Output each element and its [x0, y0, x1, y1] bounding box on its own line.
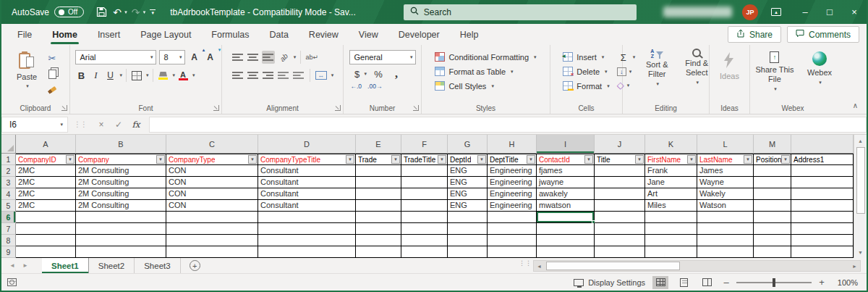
- column-header-B[interactable]: B: [76, 135, 166, 154]
- sheet-nav-left-icon[interactable]: ◄: [6, 258, 19, 273]
- select-all-button[interactable]: [1, 135, 16, 154]
- column-header-A[interactable]: A: [16, 135, 76, 154]
- cell-M7[interactable]: [754, 223, 791, 235]
- cell-D9[interactable]: [258, 246, 356, 258]
- increase-decimal-button[interactable]: ←.0: [351, 83, 362, 90]
- cell-J3[interactable]: [595, 177, 645, 188]
- comments-button[interactable]: Comments: [787, 26, 859, 43]
- cell-B7[interactable]: [76, 223, 166, 235]
- font-name-select[interactable]: Arial ▾: [75, 50, 156, 64]
- paste-button[interactable]: Paste ▾: [12, 49, 41, 91]
- tab-insert[interactable]: Insert: [88, 24, 130, 45]
- save-icon[interactable]: [94, 5, 109, 20]
- cell-A9[interactable]: [16, 246, 76, 258]
- align-left-button[interactable]: [231, 69, 244, 82]
- cell-G7[interactable]: [448, 223, 488, 235]
- cell-A4[interactable]: 2MC: [16, 188, 76, 200]
- cell-H1[interactable]: DeptTitle▼: [488, 154, 537, 165]
- row-header-6[interactable]: 6: [1, 212, 16, 223]
- row-header-5[interactable]: 5: [1, 200, 16, 212]
- column-header-blank[interactable]: [791, 135, 854, 154]
- sheet-tab-sheet3[interactable]: Sheet3: [135, 258, 180, 273]
- insert-function-icon[interactable]: fx: [127, 117, 145, 133]
- filter-dropdown-icon[interactable]: ▼: [781, 155, 790, 164]
- cell-C2[interactable]: CON: [166, 165, 258, 177]
- cell-D8[interactable]: [258, 235, 356, 246]
- undo-icon[interactable]: ↶: [110, 5, 124, 20]
- cell-I2[interactable]: fjames: [537, 165, 595, 177]
- filter-dropdown-icon[interactable]: ▼: [584, 155, 593, 164]
- cell-A2[interactable]: 2MC: [16, 165, 76, 177]
- cell-C9[interactable]: [166, 246, 258, 258]
- column-header-G[interactable]: G: [448, 135, 488, 154]
- column-header-D[interactable]: D: [258, 135, 356, 154]
- cell-I4[interactable]: awakely: [537, 188, 595, 200]
- column-header-F[interactable]: F: [401, 135, 448, 154]
- tab-help[interactable]: Help: [450, 24, 489, 45]
- accounting-format-button[interactable]: $: [351, 67, 364, 80]
- webex-button[interactable]: Webex ▾: [804, 49, 835, 87]
- cell-H6[interactable]: [488, 212, 537, 223]
- tab-view[interactable]: View: [349, 24, 388, 45]
- cell-H8[interactable]: [488, 235, 537, 246]
- cell-F8[interactable]: [401, 235, 448, 246]
- cell-J1[interactable]: Title▼: [595, 154, 645, 165]
- vertical-scrollbar[interactable]: ▲ ▼: [854, 135, 867, 258]
- cell-C1[interactable]: CompanyType▼: [166, 154, 258, 165]
- cell-A7[interactable]: [16, 223, 76, 235]
- column-header-C[interactable]: C: [166, 135, 258, 154]
- cell-styles-button[interactable]: Cell Styles ▾: [432, 80, 496, 92]
- tab-home[interactable]: Home: [42, 24, 88, 45]
- autosum-button[interactable]: Σ: [617, 51, 630, 64]
- column-header-H[interactable]: H: [488, 135, 537, 154]
- cell-L8[interactable]: [697, 235, 754, 246]
- tab-split-handle[interactable]: ⋮⋮: [519, 260, 532, 266]
- number-format-select[interactable]: General ▾: [349, 50, 416, 64]
- cell-E1[interactable]: Trade▼: [356, 154, 401, 165]
- dialog-launcher-icon[interactable]: [61, 105, 67, 111]
- cell-G4[interactable]: ENG: [448, 188, 488, 200]
- filter-dropdown-icon[interactable]: ▼: [156, 155, 165, 164]
- cell-M9[interactable]: [754, 246, 791, 258]
- chevron-down-icon[interactable]: ▾: [629, 69, 632, 75]
- page-layout-view-button[interactable]: [676, 276, 692, 289]
- cell-D1[interactable]: CompanyTypeTitle▼: [258, 154, 356, 165]
- chevron-down-icon[interactable]: ▾: [331, 72, 334, 78]
- zoom-level[interactable]: 100%: [833, 278, 858, 287]
- cell-M1[interactable]: Position▼: [754, 154, 791, 165]
- align-center-button[interactable]: [247, 69, 260, 82]
- increase-indent-button[interactable]: [292, 69, 305, 82]
- column-header-E[interactable]: E: [356, 135, 401, 154]
- cell-I1[interactable]: ContactId▼: [537, 154, 595, 165]
- cell-G3[interactable]: ENG: [448, 177, 488, 188]
- chevron-down-icon[interactable]: ▾: [627, 83, 630, 88]
- clear-button[interactable]: ◇: [617, 80, 624, 91]
- cell-D7[interactable]: [258, 223, 356, 235]
- chevron-down-icon[interactable]: ▾: [120, 72, 123, 78]
- cell-E9[interactable]: [356, 246, 401, 258]
- filter-dropdown-icon[interactable]: ▼: [438, 155, 446, 164]
- cell-D3[interactable]: Consultant: [258, 177, 356, 188]
- cell-N8[interactable]: [791, 235, 854, 246]
- row-header-9[interactable]: 9: [1, 246, 16, 258]
- cell-F7[interactable]: [401, 223, 448, 235]
- cell-F4[interactable]: [401, 188, 448, 200]
- increase-font-size-button[interactable]: A▲: [188, 51, 201, 64]
- cell-B6[interactable]: [76, 212, 166, 223]
- cell-D2[interactable]: Consultant: [258, 165, 356, 177]
- cell-A5[interactable]: 2MC: [16, 200, 76, 212]
- font-color-button[interactable]: A: [176, 69, 190, 82]
- zoom-out-button[interactable]: –: [722, 277, 731, 288]
- column-header-J[interactable]: J: [595, 135, 645, 154]
- cell-E7[interactable]: [356, 223, 401, 235]
- cell-E8[interactable]: [356, 235, 401, 246]
- autosave-toggle[interactable]: Off: [54, 7, 84, 17]
- cell-B9[interactable]: [76, 246, 166, 258]
- column-header-L[interactable]: L: [697, 135, 754, 154]
- cell-L6[interactable]: [697, 212, 754, 223]
- close-button[interactable]: ×: [842, 0, 867, 24]
- merge-center-button[interactable]: ↔: [315, 69, 328, 82]
- column-header-M[interactable]: M: [754, 135, 791, 154]
- cell-J7[interactable]: [595, 223, 645, 235]
- italic-button[interactable]: I: [90, 69, 103, 82]
